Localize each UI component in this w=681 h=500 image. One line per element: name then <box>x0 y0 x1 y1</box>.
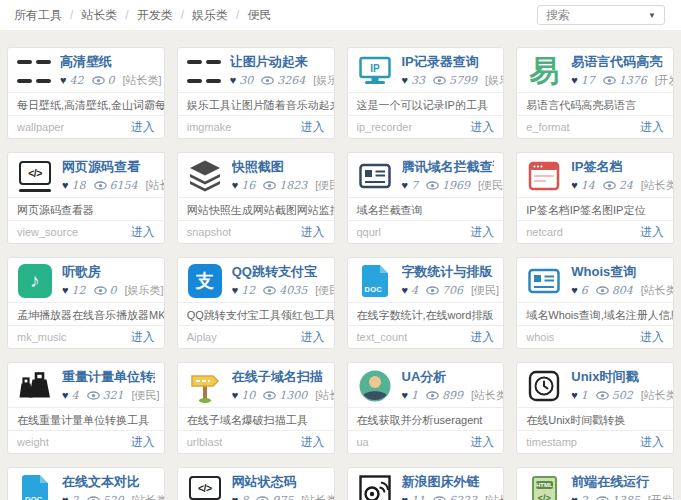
card-header: 让图片动起来 ♥ 30 3264 [娱乐类] <box>178 48 334 92</box>
tool-title[interactable]: QQ跳转支付宝 <box>232 264 325 279</box>
card-footer: timestamp 进入 <box>517 430 673 453</box>
card-main: 腾讯域名拦截查询 ♥ 7 1969 [便民] <box>402 159 495 193</box>
likes-count: 4 <box>72 389 79 402</box>
card-main: 前端在线运行 ♥ 2 1385 [开发类] <box>571 474 664 500</box>
category-badge: [娱乐类] <box>125 283 164 298</box>
card-main: Whois查询 ♥ 6 804 [站长类] <box>571 264 664 298</box>
card-header: </> 网页源码查看 ♥ 18 6154 [站长类] <box>8 153 164 197</box>
tool-title[interactable]: Unix时间戳 <box>571 369 664 384</box>
enter-link[interactable]: 进入 <box>131 434 155 451</box>
likes-count: 18 <box>72 179 86 192</box>
tool-slug: netcard <box>526 226 563 238</box>
tool-title[interactable]: 网站状态码 <box>232 474 325 489</box>
breadcrumb-all-tools[interactable]: 所有工具 <box>14 7 62 24</box>
tool-slug: qqurl <box>357 226 381 238</box>
enter-link[interactable]: 进入 <box>640 224 664 241</box>
views-count: 6154 <box>110 179 138 192</box>
enter-link[interactable]: 进入 <box>470 434 494 451</box>
tool-title[interactable]: 在线文本对比 <box>62 474 155 489</box>
enter-link[interactable]: 进入 <box>640 434 664 451</box>
search-select[interactable]: 搜索 ▼ <box>537 5 665 25</box>
card-header: 在线子域名扫描 ♥ 10 1300 [站长类] <box>178 363 334 407</box>
views-count: 3264 <box>277 74 305 87</box>
views-count: 0 <box>108 74 115 87</box>
tool-card: Unix时间戳 ♥ 1 502 [站长类] 在线Unix时间戳转换 timest… <box>516 362 674 454</box>
enter-link[interactable]: 进入 <box>640 119 664 136</box>
enter-link[interactable]: 进入 <box>131 224 155 241</box>
tool-title[interactable]: 网页源码查看 <box>62 159 155 174</box>
views-icon <box>92 76 105 85</box>
tool-stats: ♥ 4 321 [便民] <box>62 388 155 403</box>
enter-link[interactable]: 进入 <box>640 329 664 346</box>
tool-title[interactable]: 字数统计与排版 <box>402 264 495 279</box>
likes-count: 12 <box>241 284 255 297</box>
card-footer: urlblast 进入 <box>178 430 334 453</box>
enter-link[interactable]: 进入 <box>131 119 155 136</box>
tool-title[interactable]: IP签名档 <box>571 159 664 174</box>
views-icon <box>603 181 616 190</box>
tool-stats: ♥ 18 6154 [站长类] <box>62 178 155 193</box>
views-count: 24 <box>619 179 633 192</box>
tool-title[interactable]: 腾讯域名拦截查询 <box>402 159 495 174</box>
card-header: Whois查询 ♥ 6 804 [站长类] <box>517 258 673 302</box>
enter-link[interactable]: 进入 <box>470 119 494 136</box>
tool-title[interactable]: IP记录器查询 <box>402 54 495 69</box>
tool-title[interactable]: 前端在线运行 <box>571 474 664 489</box>
card-main: IP记录器查询 ♥ 33 5799 [娱乐类] <box>402 54 495 88</box>
category-badge: [娱乐类] <box>485 73 504 88</box>
card-header: 重量计量单位转换 ♥ 4 321 [便民] <box>8 363 164 407</box>
tool-slug: urlblast <box>187 436 222 448</box>
enter-link[interactable]: 进入 <box>470 329 494 346</box>
tool-slug: ip_recorder <box>357 121 413 133</box>
likes-count: 16 <box>241 179 255 192</box>
tool-title[interactable]: 重量计量单位转换 <box>62 369 155 384</box>
breadcrumb-entertainment[interactable]: 娱乐类 <box>192 7 228 24</box>
enter-link[interactable]: 进入 <box>301 224 325 241</box>
enter-link[interactable]: 进入 <box>301 119 325 136</box>
html-file-icon: HTML</> <box>532 476 557 500</box>
category-badge: [便民] <box>478 178 504 193</box>
card-header: UA分析 ♥ 1 899 [站长类] <box>348 363 504 407</box>
tool-title[interactable]: 易语言代码高亮 <box>571 54 664 69</box>
likes-count: 1 <box>581 389 588 402</box>
tool-title[interactable]: 新浪图床外链 <box>402 474 495 489</box>
tool-title[interactable]: 高清壁纸 <box>60 54 155 69</box>
doc-file-icon: DOC <box>362 265 388 297</box>
tool-slug: snapshot <box>187 226 232 238</box>
tool-description: 这是一个可以记录IP的工具 <box>348 92 504 115</box>
enter-link[interactable]: 进入 <box>131 329 155 346</box>
tool-title[interactable]: 快照截图 <box>232 159 325 174</box>
views-icon <box>433 76 446 85</box>
views-icon <box>261 76 274 85</box>
tool-description: 域名Whois查询,域名注册人信息查询 <box>517 302 673 325</box>
tool-card: </> 网页源码查看 ♥ 18 6154 [站长类] 网页源码查看器 view_… <box>7 152 165 244</box>
card-main: QQ跳转支付宝 ♥ 12 4035 [便民] <box>232 264 325 298</box>
card-main: 听歌房 ♥ 12 0 [娱乐类] <box>62 264 155 298</box>
tool-title[interactable]: 听歌房 <box>62 264 155 279</box>
list-card-icon <box>526 263 562 299</box>
card-header: 快照截图 ♥ 16 1823 [便民] <box>178 153 334 197</box>
views-icon <box>426 181 439 190</box>
code-icon: </> <box>187 473 223 500</box>
tool-title[interactable]: Whois查询 <box>571 264 664 279</box>
tool-description: 网站快照生成网站截图网站监控 <box>178 197 334 220</box>
breadcrumb-dev[interactable]: 开发类 <box>137 7 173 24</box>
tool-title[interactable]: 在线子域名扫描 <box>232 369 325 384</box>
breadcrumb-webmaster[interactable]: 站长类 <box>81 7 117 24</box>
breadcrumb-convenience[interactable]: 便民 <box>247 7 271 24</box>
views-count: 899 <box>442 389 463 402</box>
card-main: 网页源码查看 ♥ 18 6154 [站长类] <box>62 159 155 193</box>
likes-icon: ♥ <box>230 75 237 86</box>
card-footer: Aiplay 进入 <box>178 325 334 348</box>
list-card-icon <box>357 158 393 194</box>
breadcrumb: 所有工具 / 站长类 / 开发类 / 娱乐类 / 便民 <box>14 7 271 24</box>
enter-link[interactable]: 进入 <box>301 329 325 346</box>
tool-title[interactable]: 让图片动起来 <box>230 54 325 69</box>
avatar-icon <box>357 368 393 404</box>
enter-link[interactable]: 进入 <box>301 434 325 451</box>
likes-count: 6 <box>581 284 588 297</box>
tool-title[interactable]: UA分析 <box>402 369 495 384</box>
enter-link[interactable]: 进入 <box>470 224 494 241</box>
category-badge: [站长类] <box>132 493 165 500</box>
weights-icon <box>17 368 53 404</box>
